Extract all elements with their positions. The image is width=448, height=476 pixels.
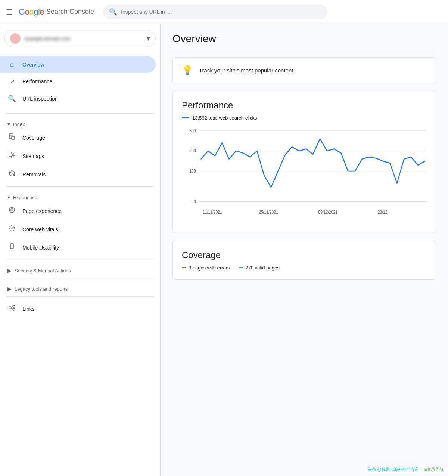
google-logo: Google: [19, 7, 44, 17]
svg-text:200: 200: [189, 149, 196, 154]
svg-text:09/12/2021: 09/12/2021: [318, 210, 337, 214]
svg-text:23/12: 23/12: [378, 210, 388, 214]
mobile-icon: [7, 243, 16, 252]
removals-icon: [7, 170, 16, 179]
legend-line-clicks: [182, 117, 189, 118]
coverage-card-title: Coverage: [182, 250, 427, 260]
expand-icon-2: ▾: [7, 194, 10, 200]
divider-2: [6, 186, 154, 187]
sidebar: example.domain.com ▾ ⌂ Overview ↗ Perfor…: [0, 24, 161, 476]
performance-chart: 300 200 100 0 11/11/2021 25/11/2021 09/1…: [182, 127, 427, 224]
sidebar-item-coverage[interactable]: Coverage: [0, 129, 156, 147]
legacy-section-header[interactable]: ▶ Legacy tools and reports: [0, 281, 160, 293]
search-icon: 🔍: [109, 8, 117, 16]
svg-rect-2: [12, 136, 15, 139]
valid-dot: [239, 267, 243, 268]
chevron-down-icon: ▾: [147, 34, 150, 43]
sidebar-item-page-exp-label: Page experience: [22, 208, 62, 214]
sidebar-item-url-inspection[interactable]: 🔍 URL inspection: [0, 90, 156, 107]
menu-icon[interactable]: ☰: [6, 7, 13, 16]
svg-point-20: [12, 228, 13, 229]
sidebar-item-core-web-vitals[interactable]: Core web vitals: [0, 220, 156, 238]
search-bar[interactable]: 🔍: [103, 5, 327, 19]
svg-point-24: [13, 305, 15, 307]
legacy-section-label: Legacy tools and reports: [15, 286, 68, 292]
performance-card: Performance 13,562 total web search clic…: [172, 91, 436, 233]
security-section-header[interactable]: ▶ Security & Manual Actions: [0, 263, 160, 275]
divider-4: [6, 278, 154, 278]
logo-area: Google Search Console: [19, 7, 94, 17]
coverage-icon: [7, 133, 16, 142]
sidebar-item-overview-label: Overview: [22, 62, 44, 68]
property-selector[interactable]: example.domain.com ▾: [4, 30, 156, 47]
divider-3: [6, 260, 154, 260]
performance-card-title: Performance: [182, 100, 427, 111]
experience-section-label: Experience: [13, 195, 37, 200]
errors-label: 3 pages with errors: [189, 265, 230, 271]
coverage-legend: 3 pages with errors 270 valid pages: [182, 265, 427, 271]
svg-text:300: 300: [189, 128, 196, 133]
sidebar-item-performance-label: Performance: [22, 78, 52, 84]
core-web-vitals-icon: [7, 225, 16, 234]
experience-section-header[interactable]: ▾ Experience: [0, 190, 160, 202]
divider-5: [6, 296, 154, 297]
main-content: Overview 💡 Track your site's most popula…: [161, 24, 448, 476]
valid-legend: 270 valid pages: [239, 265, 280, 271]
svg-rect-3: [9, 152, 12, 154]
svg-text:100: 100: [189, 169, 196, 174]
header: ☰ Google Search Console 🔍: [0, 0, 448, 24]
errors-legend: 3 pages with errors: [182, 265, 230, 271]
layout: example.domain.com ▾ ⌂ Overview ↗ Perfor…: [0, 24, 448, 476]
sidebar-item-mobile-usability[interactable]: Mobile Usability: [0, 238, 156, 257]
sitemaps-icon: [7, 151, 16, 161]
svg-text:0: 0: [194, 199, 196, 204]
svg-point-14: [11, 209, 13, 211]
sidebar-item-links[interactable]: Links: [0, 300, 156, 318]
search-nav-icon: 🔍: [7, 95, 16, 103]
tip-card: 💡 Track your site's most popular content: [172, 57, 436, 83]
chart-legend: 13,562 total web search clicks: [182, 115, 427, 121]
watermark-text-2: E收录导航: [423, 466, 445, 473]
watermark-text-1: 头条 @优易化海外推广咨询: [366, 466, 420, 473]
svg-text:25/11/2021: 25/11/2021: [259, 210, 278, 214]
sidebar-item-page-experience[interactable]: Page experience: [0, 202, 156, 220]
svg-text:11/11/2021: 11/11/2021: [203, 210, 222, 214]
trending-icon: ↗: [7, 77, 16, 86]
expand-icon-3: ▶: [7, 268, 12, 273]
page-experience-icon: [7, 206, 16, 216]
sidebar-item-cwv-label: Core web vitals: [22, 226, 58, 232]
links-icon: [7, 304, 16, 313]
errors-dot: [182, 267, 186, 268]
sidebar-item-links-label: Links: [22, 306, 35, 312]
sidebar-item-removals[interactable]: Removals: [0, 165, 156, 183]
page-title: Overview: [172, 33, 436, 51]
sidebar-item-performance[interactable]: ↗ Performance: [0, 73, 156, 90]
sidebar-item-coverage-label: Coverage: [22, 135, 45, 141]
legend-label-clicks: 13,562 total web search clicks: [192, 115, 257, 121]
home-icon: ⌂: [7, 61, 16, 68]
nav-section-main: ⌂ Overview ↗ Performance 🔍 URL inspectio…: [0, 53, 160, 110]
product-name: Search Console: [46, 8, 94, 16]
svg-point-23: [9, 307, 11, 309]
property-name: example.domain.com: [24, 36, 143, 41]
coverage-card: Coverage 3 pages with errors 270 valid p…: [172, 241, 436, 280]
watermark: 头条 @优易化海外推广咨询 E收录导航: [366, 466, 445, 473]
svg-point-22: [12, 248, 12, 249]
divider-1: [6, 113, 154, 114]
performance-chart-svg: 300 200 100 0 11/11/2021 25/11/2021 09/1…: [182, 127, 427, 224]
index-section-header[interactable]: ▾ Index: [0, 117, 160, 129]
tip-text: Track your site's most popular content: [199, 67, 293, 74]
svg-line-27: [11, 308, 13, 309]
index-section-label: Index: [13, 121, 25, 127]
security-section-label: Security & Manual Actions: [15, 268, 71, 273]
property-avatar: [10, 33, 21, 44]
lightbulb-icon: 💡: [182, 65, 193, 75]
valid-label: 270 valid pages: [246, 265, 280, 271]
svg-rect-5: [9, 156, 12, 158]
sidebar-item-sitemaps[interactable]: Sitemaps: [0, 147, 156, 165]
svg-point-25: [13, 308, 15, 310]
search-input[interactable]: [121, 9, 321, 15]
sidebar-item-mobile-label: Mobile Usability: [22, 245, 59, 251]
expand-icon: ▾: [7, 121, 10, 127]
sidebar-item-overview[interactable]: ⌂ Overview: [0, 56, 156, 73]
